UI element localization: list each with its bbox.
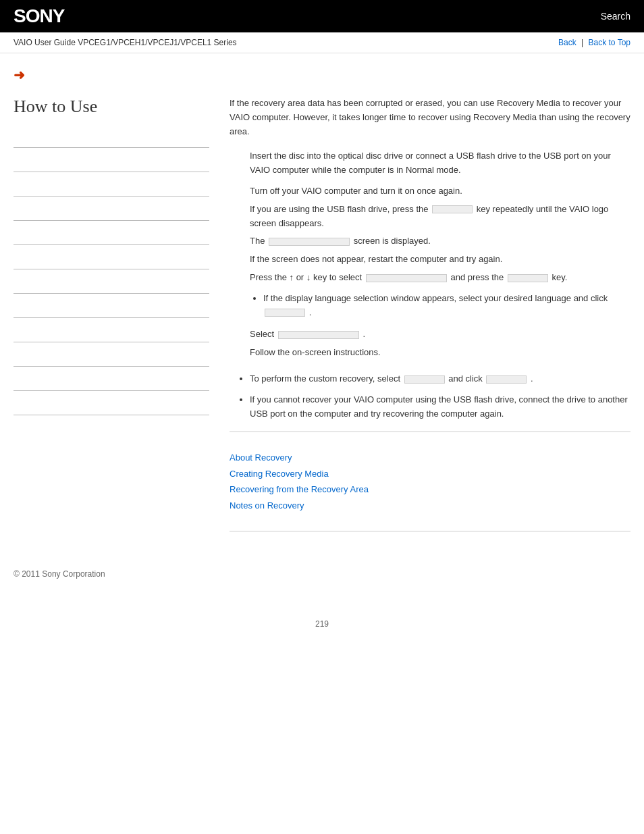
step-1: Insert the disc into the optical disc dr… [250,149,630,178]
key-placeholder2 [508,274,548,282]
step-2d: If the screen does not appear, restart t… [250,253,630,267]
step-2e: Press the ↑ or ↓ key to select and press… [250,271,630,285]
step-2a: Turn off your VAIO computer and turn it … [250,184,630,199]
select-line: Select . Follow the on-screen instructio… [250,328,630,360]
sidebar-nav-lines [14,124,209,415]
header: SONY Search [0,0,644,32]
back-to-top-link[interactable]: Back to Top [589,38,630,47]
main-content: How to Use If the recovery area data has… [0,90,644,556]
main-bullet-2: If you cannot recover your VAIO computer… [250,393,630,421]
nav-links: Back | Back to Top [558,38,630,47]
sidebar-line [14,172,209,197]
sidebar-line [14,148,209,172]
notes-on-recovery-link[interactable]: Notes on Recovery [230,498,630,513]
follow-line: Follow the on-screen instructions. [250,346,630,360]
related-links: About Recovery Creating Recovery Media R… [230,443,630,520]
sidebar-line [14,391,209,415]
main-bullet-list: To perform the custom recovery, select a… [236,372,630,421]
nav-separator: | [581,38,583,47]
select-option-placeholder [366,274,447,282]
sidebar-line [14,221,209,245]
custom-recover-placeholder [404,375,445,384]
sidebar-line [14,342,209,367]
sub-bullet-list: If the display language selection window… [250,292,630,320]
nav-bar: VAIO User Guide VPCEG1/VPCEH1/VPCEJ1/VPC… [0,32,644,53]
nav-title: VAIO User Guide VPCEG1/VPCEH1/VPCEJ1/VPC… [14,38,237,47]
search-button[interactable]: Search [601,11,630,22]
section-divider-bottom [230,531,630,531]
select-value-placeholder [278,331,359,339]
sidebar-line [14,318,209,342]
click-placeholder2 [486,375,527,384]
sidebar-line [14,245,209,269]
screen-name-placeholder [269,238,350,246]
page-footer: 219 [0,606,644,642]
content-intro: If the recovery area data has been corru… [230,97,630,138]
sidebar-line [14,269,209,294]
copyright: © 2011 Sony Corporation [0,556,644,592]
click-placeholder [265,309,305,317]
about-recovery-link[interactable]: About Recovery [230,450,630,465]
sidebar-line [14,197,209,221]
sony-logo: SONY [14,5,64,27]
key-placeholder [432,205,473,213]
creating-recovery-media-link[interactable]: Creating Recovery Media [230,466,630,481]
sidebar: How to Use [14,97,209,542]
sidebar-title: How to Use [14,97,209,117]
step-2c: The screen is displayed. [250,234,630,249]
step-1-text: Insert the disc into the optical disc dr… [250,149,630,178]
content-area: If the recovery area data has been corru… [223,97,630,542]
recovering-from-recovery-area-link[interactable]: Recovering from the Recovery Area [230,481,630,497]
step-2: Turn off your VAIO computer and turn it … [250,184,630,285]
sidebar-line [14,124,209,148]
bullet-item-1: If the display language selection window… [263,292,630,320]
sidebar-line [14,294,209,318]
step-2b: If you are using the USB flash drive, pr… [250,203,630,231]
sidebar-line [14,367,209,391]
breadcrumb-arrow: ➜ [0,53,644,90]
section-divider-top [230,432,630,432]
back-link[interactable]: Back [558,38,576,47]
main-bullet-1: To perform the custom recovery, select a… [250,372,630,386]
